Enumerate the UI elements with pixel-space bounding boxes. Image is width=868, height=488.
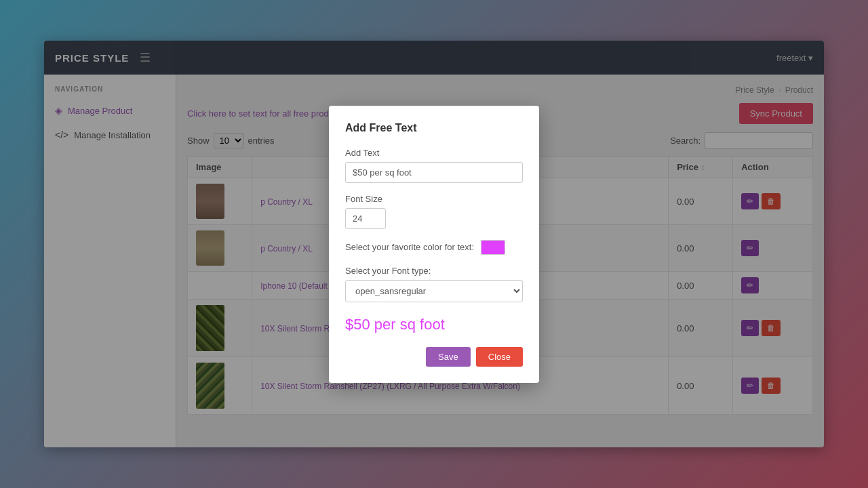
font-type-group: Select your Font type: open_sansregular … bbox=[345, 266, 523, 302]
close-button[interactable]: Close bbox=[476, 347, 523, 367]
color-row: Select your favorite color for text: bbox=[345, 240, 523, 255]
add-text-input[interactable] bbox=[345, 162, 523, 183]
preview-text: $50 per sq foot bbox=[345, 316, 523, 333]
modal-overlay: Add Free Text Add Text Font Size Select … bbox=[0, 0, 868, 488]
font-size-group: Font Size bbox=[345, 194, 523, 229]
add-text-group: Add Text bbox=[345, 148, 523, 183]
save-button[interactable]: Save bbox=[426, 347, 471, 367]
font-size-label: Font Size bbox=[345, 194, 523, 204]
modal-title: Add Free Text bbox=[345, 122, 523, 134]
modal-footer: Save Close bbox=[345, 347, 523, 367]
color-swatch[interactable] bbox=[481, 240, 505, 255]
font-type-select[interactable]: open_sansregular Arial Times New Roman G… bbox=[345, 280, 523, 302]
font-size-input[interactable] bbox=[345, 208, 386, 229]
font-type-label: Select your Font type: bbox=[345, 266, 523, 276]
add-text-label: Add Text bbox=[345, 148, 523, 158]
color-label: Select your favorite color for text: bbox=[345, 242, 474, 252]
add-free-text-modal: Add Free Text Add Text Font Size Select … bbox=[329, 106, 539, 383]
